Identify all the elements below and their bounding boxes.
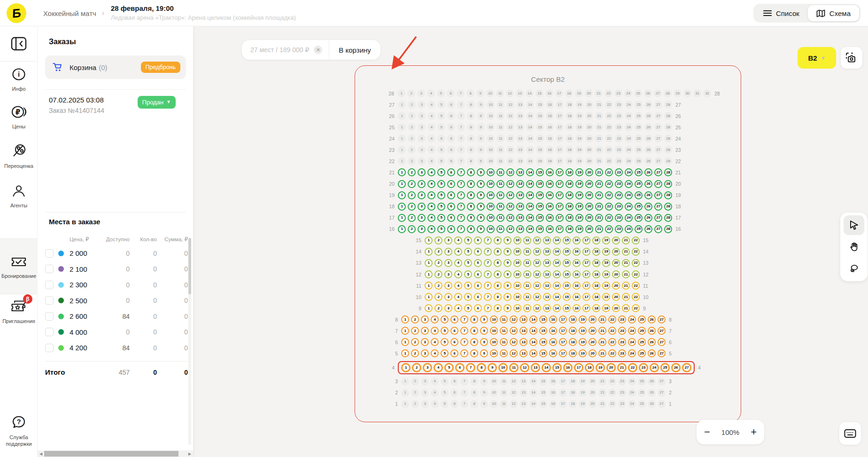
seat[interactable]: 16 (573, 304, 581, 312)
seat[interactable]: 28 (664, 214, 672, 222)
sidebar-item-percent[interactable]: Переоценка (0, 144, 38, 169)
seat[interactable]: 15 (536, 225, 544, 233)
order-status-badge[interactable]: Продан ▼ (138, 96, 176, 109)
seat[interactable]: 15 (563, 248, 571, 256)
seat[interactable]: 14 (529, 338, 537, 346)
seat[interactable]: 2 (434, 293, 442, 301)
price-row-checkbox[interactable] (45, 328, 54, 336)
seat[interactable]: 11 (523, 270, 531, 278)
seat[interactable]: 4 (454, 293, 462, 301)
seat[interactable]: 11 (496, 168, 504, 176)
seat[interactable]: 28 (664, 180, 672, 188)
seat[interactable]: 15 (539, 349, 547, 357)
seat[interactable]: 6 (455, 363, 465, 372)
seat[interactable]: 17 (556, 203, 564, 211)
seat[interactable]: 14 (553, 236, 561, 244)
seat[interactable]: 6 (447, 225, 455, 233)
price-row-checkbox[interactable] (45, 296, 54, 305)
seat[interactable]: 9 (488, 363, 497, 372)
pan-tool-button[interactable] (844, 237, 864, 257)
seat[interactable]: 4 (454, 236, 462, 244)
seat[interactable]: 18 (569, 349, 577, 357)
seat[interactable]: 9 (477, 168, 485, 176)
seat[interactable]: 12 (533, 259, 541, 267)
seat[interactable]: 1 (401, 315, 409, 323)
seat[interactable]: 21 (595, 214, 603, 222)
seat[interactable]: 18 (566, 180, 574, 188)
seat[interactable]: 10 (513, 304, 521, 312)
seat[interactable]: 18 (569, 315, 577, 323)
seat[interactable]: 16 (573, 259, 581, 267)
seat[interactable]: 12 (506, 168, 514, 176)
seat[interactable]: 17 (556, 168, 564, 176)
tab-list[interactable]: Список (755, 5, 808, 21)
seat[interactable]: 2 (434, 248, 442, 256)
seat[interactable]: 13 (516, 225, 524, 233)
seat[interactable]: 22 (605, 225, 613, 233)
seat[interactable]: 11 (500, 315, 508, 323)
seat[interactable]: 15 (563, 293, 571, 301)
seat[interactable]: 20 (585, 225, 593, 233)
seat[interactable]: 19 (602, 282, 610, 290)
seat[interactable]: 7 (484, 304, 492, 312)
seat[interactable]: 1 (398, 168, 406, 176)
seat[interactable]: 16 (546, 180, 554, 188)
seat[interactable]: 9 (504, 282, 512, 290)
seat[interactable]: 18 (592, 282, 600, 290)
seat[interactable]: 13 (519, 349, 527, 357)
seat[interactable]: 24 (628, 315, 636, 323)
seat[interactable]: 13 (543, 304, 551, 312)
seat[interactable]: 27 (654, 180, 662, 188)
seat[interactable]: 19 (602, 259, 610, 267)
seat[interactable]: 14 (553, 293, 561, 301)
seat[interactable]: 2 (408, 191, 416, 199)
seat[interactable]: 4 (454, 259, 462, 267)
seat[interactable]: 28 (664, 168, 672, 176)
seat[interactable]: 11 (523, 259, 531, 267)
seat[interactable]: 3 (423, 363, 432, 372)
seat[interactable]: 11 (500, 327, 508, 335)
seat[interactable]: 7 (457, 191, 465, 199)
seat[interactable]: 7 (484, 270, 492, 278)
seat[interactable]: 27 (654, 214, 662, 222)
seat[interactable]: 6 (447, 180, 455, 188)
seat[interactable]: 21 (622, 270, 630, 278)
seat[interactable]: 19 (575, 191, 583, 199)
seat[interactable]: 14 (553, 282, 561, 290)
seat[interactable]: 8 (467, 225, 475, 233)
seat[interactable]: 8 (470, 349, 478, 357)
seat[interactable]: 14 (553, 270, 561, 278)
seat[interactable]: 6 (447, 168, 455, 176)
seat[interactable]: 3 (444, 282, 452, 290)
scroll-left-arrow[interactable]: ◀ (38, 452, 44, 456)
seat[interactable]: 10 (513, 248, 521, 256)
tab-scheme[interactable]: Схема (808, 5, 859, 21)
seat[interactable]: 12 (510, 327, 518, 335)
seat[interactable]: 10 (513, 236, 521, 244)
seat[interactable]: 3 (444, 270, 452, 278)
seat[interactable]: 21 (622, 259, 630, 267)
seat[interactable]: 24 (625, 214, 633, 222)
seat[interactable]: 15 (539, 315, 547, 323)
seat[interactable]: 19 (596, 363, 605, 372)
seat[interactable]: 6 (474, 259, 482, 267)
seat[interactable]: 24 (628, 327, 636, 335)
sidebar-item-ticket-star[interactable]: βПриглашения (0, 299, 38, 324)
seat[interactable]: 13 (543, 270, 551, 278)
seat[interactable]: 13 (516, 191, 524, 199)
seat[interactable]: 12 (506, 225, 514, 233)
seat[interactable]: 3 (418, 203, 426, 211)
seat[interactable]: 9 (504, 270, 512, 278)
seat[interactable]: 15 (563, 270, 571, 278)
breadcrumb-event[interactable]: Хоккейный матч (43, 9, 96, 17)
seat[interactable]: 21 (595, 168, 603, 176)
seat[interactable]: 17 (556, 180, 564, 188)
seat[interactable]: 9 (477, 191, 485, 199)
seat[interactable]: 14 (529, 327, 537, 335)
seat[interactable]: 4 (454, 270, 462, 278)
seat[interactable]: 5 (464, 270, 472, 278)
seat[interactable]: 20 (612, 248, 620, 256)
seat[interactable]: 6 (474, 270, 482, 278)
seat[interactable]: 5 (464, 248, 472, 256)
seat[interactable]: 1 (425, 270, 433, 278)
